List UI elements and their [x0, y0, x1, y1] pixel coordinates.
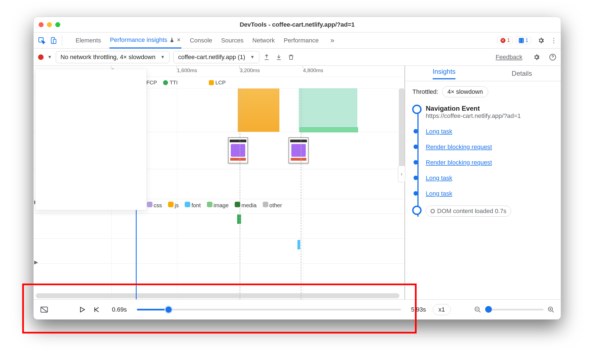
zoom-out-icon[interactable]	[474, 306, 481, 313]
tab-performance-label: Performance	[284, 37, 319, 44]
filmstrip-frame[interactable]	[228, 137, 248, 163]
insight-item[interactable]: Long task	[426, 190, 554, 197]
inspect-element-icon[interactable]	[37, 36, 46, 45]
legend-other-label: other	[269, 202, 282, 208]
minimize-window-button[interactable]	[47, 22, 52, 27]
throttled-chip[interactable]: 4× slowdown	[442, 86, 488, 97]
main-area: 0ms 1,600ms 3,200ms 4,800ms DCL FCP TTI …	[34, 66, 561, 299]
tab-insights[interactable]: Insights	[405, 66, 483, 81]
vertical-scrollbar[interactable]	[399, 89, 404, 166]
tab-network[interactable]: Network	[252, 32, 276, 48]
tab-elements[interactable]: Elements	[75, 32, 102, 48]
flame-segment[interactable]	[238, 89, 279, 132]
marker-line	[301, 89, 301, 299]
swatch-icon	[147, 202, 152, 207]
playback-speed[interactable]: x1	[433, 304, 451, 315]
tab-sources-label: Sources	[221, 37, 244, 44]
close-tab-icon[interactable]: ✕	[177, 37, 181, 43]
insight-item[interactable]: Long task	[426, 175, 554, 182]
tracks-area[interactable]: ▶ ▶ css	[34, 89, 404, 299]
ruler-tick-1: 1,600ms	[177, 67, 197, 74]
insights-body: Throttled: 4× slowdown Navigation Event …	[405, 81, 561, 230]
expand-track-icon[interactable]: ▶	[34, 259, 38, 265]
swatch-icon	[168, 202, 174, 207]
delete-icon[interactable]	[288, 54, 294, 60]
tab-console[interactable]: Console	[189, 32, 213, 48]
tab-details[interactable]: Details	[483, 66, 561, 81]
messages-count: 1	[525, 37, 528, 43]
request-legend: css js font image media other	[147, 202, 282, 209]
legend-js: js	[168, 202, 179, 209]
errors-badge[interactable]: ✕1	[497, 37, 513, 44]
request-bar[interactable]	[237, 214, 241, 224]
more-tabs-icon[interactable]: »	[330, 36, 334, 45]
insight-item[interactable]: Render blocking request	[426, 143, 554, 151]
insight-dom-loaded[interactable]: DOM content loaded 0.7s	[426, 206, 554, 217]
marker-lcp: LCP	[209, 80, 226, 86]
flame-segment[interactable]	[300, 127, 358, 132]
insight-link[interactable]: Render blocking request	[426, 143, 492, 150]
throttling-select[interactable]: No network throttling, 4× slowdown ▼	[56, 51, 170, 63]
maximize-window-button[interactable]	[55, 22, 60, 27]
swatch-icon	[263, 202, 268, 207]
playback-slider[interactable]	[137, 309, 401, 310]
tab-sources[interactable]: Sources	[221, 32, 244, 48]
insights-timeline: Navigation Event https://coffee-cart.net…	[412, 105, 554, 217]
play-button[interactable]	[79, 306, 86, 313]
tab-performance-insights[interactable]: Performance insights ✕	[109, 33, 182, 49]
toggle-visibility-icon[interactable]	[40, 305, 49, 314]
import-icon[interactable]	[276, 54, 282, 60]
message-icon: ❘❘	[519, 38, 524, 43]
tab-insights-label: Insights	[433, 68, 456, 79]
playback-bar: 0.69s 5.93s x1	[34, 299, 561, 319]
chevron-down-icon: ▼	[250, 55, 255, 60]
insight-nav-url: https://coffee-cart.netlify.app/?ad=1	[426, 112, 554, 120]
record-menu-icon[interactable]: ▼	[47, 55, 52, 60]
experiment-icon	[169, 37, 174, 43]
zoom-controls	[474, 306, 555, 313]
slider-thumb[interactable]	[164, 305, 173, 314]
insight-item[interactable]: Long task	[426, 128, 554, 135]
collapse-sidebar-icon[interactable]: ›	[398, 166, 405, 182]
marker-tti: TTI	[163, 80, 178, 86]
target-select[interactable]: coffee-cart.netlify.app (1) ▼	[173, 51, 259, 63]
seek-start-button[interactable]	[92, 306, 100, 314]
insight-link[interactable]: Long task	[426, 175, 452, 181]
close-window-button[interactable]	[39, 22, 44, 27]
devtools-window: DevTools - coffee-cart.netlify.app/?ad=1…	[33, 17, 561, 320]
svg-rect-2	[53, 39, 56, 43]
swatch-icon	[207, 202, 212, 207]
tab-details-label: Details	[512, 70, 532, 77]
zoom-slider[interactable]	[485, 309, 544, 310]
legend-font: font	[185, 202, 201, 209]
swatch-icon	[185, 202, 190, 207]
insight-link[interactable]: Long task	[426, 190, 452, 197]
legend-other: other	[263, 202, 282, 209]
flame-segment[interactable]	[299, 89, 357, 132]
dot-icon	[163, 80, 168, 85]
request-bar[interactable]	[297, 240, 300, 249]
zoom-slider-thumb[interactable]	[485, 306, 492, 313]
filmstrip-frame[interactable]	[289, 137, 309, 163]
tab-performance[interactable]: Performance	[283, 32, 319, 48]
insight-navigation-event[interactable]: Navigation Event https://coffee-cart.net…	[426, 105, 554, 120]
legend-media-label: media	[241, 202, 256, 208]
feedback-link[interactable]: Feedback	[495, 54, 522, 61]
traffic-lights	[39, 22, 60, 27]
device-toolbar-icon[interactable]	[49, 36, 57, 45]
insight-link[interactable]: Long task	[426, 128, 452, 135]
panel-settings-icon[interactable]	[533, 54, 542, 61]
messages-badge[interactable]: ❘❘1	[516, 37, 531, 44]
zoom-in-icon[interactable]	[547, 306, 555, 313]
horizontal-scrollbar[interactable]	[36, 293, 399, 298]
more-menu-icon[interactable]: ⋮	[549, 37, 559, 44]
insight-item[interactable]: Render blocking request	[426, 159, 554, 166]
insight-link[interactable]: Render blocking request	[426, 159, 492, 166]
window-title: DevTools - coffee-cart.netlify.app/?ad=1	[34, 21, 561, 28]
export-icon[interactable]	[263, 54, 270, 60]
help-icon[interactable]	[549, 54, 556, 61]
marker-tti-label: TTI	[170, 80, 178, 86]
settings-icon[interactable]	[537, 37, 547, 44]
record-button[interactable]	[38, 54, 44, 60]
playhead-start-time: 0.69s	[112, 306, 127, 313]
